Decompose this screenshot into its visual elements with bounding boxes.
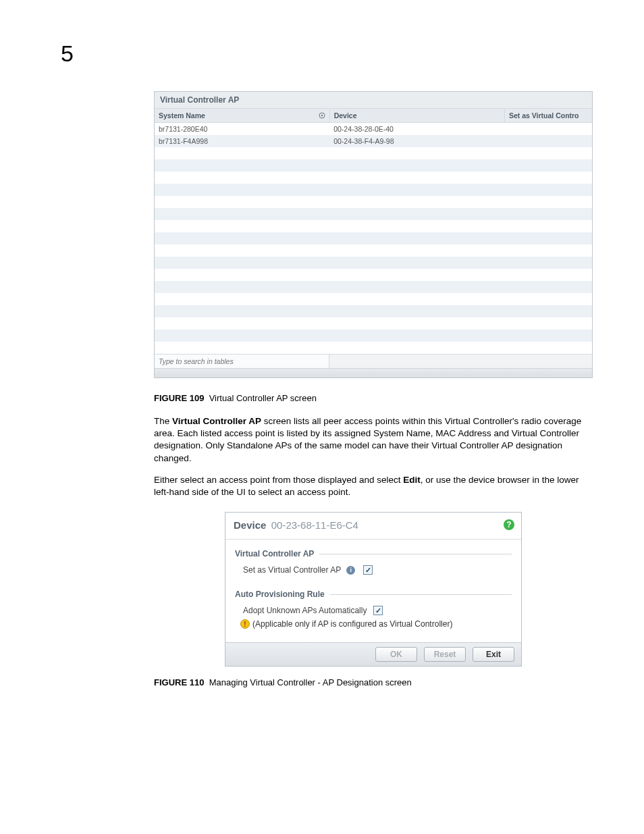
table-cell (504, 293, 592, 305)
table-row[interactable]: br7131-F4A99800-24-38-F4-A9-98 (155, 135, 592, 147)
table-cell (329, 244, 504, 257)
legend-text: Auto Provisioning Rule (235, 590, 325, 599)
row-set-as-vc: Set as Virtual Controller AP i ✓ (235, 565, 512, 575)
table-cell (504, 330, 592, 342)
device-dialog: Device 00-23-68-11-E6-C4 ? Virtual Contr… (225, 512, 522, 667)
table-row-empty (155, 208, 592, 220)
table-row-empty (155, 196, 592, 208)
table-cell (504, 123, 592, 136)
para1-bold: Virtual Controller AP (172, 416, 261, 426)
table-row-empty (155, 317, 592, 330)
table-cell (329, 342, 504, 354)
table-cell (155, 269, 329, 281)
panel-bottom-bar (155, 368, 592, 377)
table-cell (504, 244, 592, 257)
panel-footer (155, 354, 592, 368)
table-cell (155, 159, 329, 172)
table-cell (504, 317, 592, 330)
table-cell (155, 172, 329, 184)
table-cell (329, 293, 504, 305)
reset-button[interactable]: Reset (424, 647, 466, 662)
table-cell (155, 232, 329, 244)
table-cell (329, 208, 504, 220)
table-cell (329, 305, 504, 317)
sort-indicator-icon (319, 112, 325, 119)
para2-bold: Edit (403, 475, 421, 485)
device-id: 00-23-68-11-E6-C4 (271, 519, 358, 531)
figure-label: FIGURE 110 (154, 677, 204, 687)
table-cell (329, 257, 504, 269)
para2-lead: Either select an access point from those… (154, 475, 403, 485)
exit-button[interactable]: Exit (473, 647, 514, 662)
col-header-set-as[interactable]: Set as Virtual Contro (504, 109, 592, 123)
row-adopt-unknown: Adopt Unknown APs Automatically ✓ (235, 606, 512, 615)
table-row-empty (155, 184, 592, 196)
para1-lead: The (154, 416, 172, 426)
table-cell (155, 330, 329, 342)
row-label: Adopt Unknown APs Automatically (243, 606, 367, 615)
info-icon[interactable]: i (346, 566, 355, 575)
table-row[interactable]: br7131-280E4000-24-38-28-0E-40 (155, 123, 592, 136)
fieldset-virtual-controller: Virtual Controller AP Set as Virtual Con… (235, 549, 512, 575)
fieldset-legend-vc: Virtual Controller AP (235, 549, 512, 558)
table-cell: br7131-280E40 (155, 123, 329, 136)
table-cell (329, 281, 504, 293)
table-row-empty (155, 330, 592, 342)
svg-point-1 (321, 115, 322, 116)
device-label: Device (234, 519, 266, 531)
table-cell (329, 232, 504, 244)
figure-text: Virtual Controller AP screen (209, 393, 317, 403)
help-icon[interactable]: ? (504, 519, 514, 530)
table-cell (504, 220, 592, 232)
row-label: Set as Virtual Controller AP (243, 565, 341, 575)
table-row-empty (155, 220, 592, 232)
figure-label: FIGURE 109 (154, 393, 204, 403)
warning-text: (Applicable only if AP is configured as … (252, 619, 452, 629)
table-cell (329, 147, 504, 159)
table-cell (329, 159, 504, 172)
table-cell (329, 269, 504, 281)
table-cell (504, 257, 592, 269)
body-paragraph-2: Either select an access point from those… (154, 474, 593, 498)
table-cell (329, 330, 504, 342)
ok-button[interactable]: OK (375, 647, 417, 662)
table-cell (329, 196, 504, 208)
figure-caption-109: FIGURE 109 Virtual Controller AP screen (154, 393, 593, 403)
table-cell (504, 147, 592, 159)
table-row-empty (155, 293, 592, 305)
table-row-empty (155, 281, 592, 293)
table-cell (155, 257, 329, 269)
table-cell (155, 196, 329, 208)
body-paragraph-1: The Virtual Controller AP screen lists a… (154, 415, 593, 465)
figure-text: Managing Virtual Controller - AP Designa… (209, 677, 412, 687)
table-row-empty (155, 172, 592, 184)
table-cell (504, 305, 592, 317)
table-search-input[interactable] (155, 355, 329, 368)
table-row-empty (155, 159, 592, 172)
table-cell (155, 147, 329, 159)
checkbox-set-as-vc[interactable]: ✓ (363, 565, 373, 575)
table-cell (504, 184, 592, 196)
table-cell (329, 184, 504, 196)
table-cell: 00-24-38-F4-A9-98 (329, 135, 504, 147)
checkbox-adopt-unknown[interactable]: ✓ (373, 606, 383, 615)
table-row-empty (155, 147, 592, 159)
table-cell (155, 208, 329, 220)
table-cell (504, 196, 592, 208)
table-cell (155, 220, 329, 232)
col-header-device[interactable]: Device (329, 109, 504, 123)
table-cell (504, 342, 592, 354)
table-cell (155, 281, 329, 293)
table-row-empty (155, 305, 592, 317)
table-cell (504, 232, 592, 244)
table-cell (155, 305, 329, 317)
table-cell (504, 159, 592, 172)
table-cell (504, 208, 592, 220)
table-cell (155, 317, 329, 330)
table-row-empty (155, 342, 592, 354)
fieldset-legend-ap: Auto Provisioning Rule (235, 590, 512, 599)
col-header-system-name[interactable]: System Name (155, 109, 329, 123)
table-row-empty (155, 269, 592, 281)
dialog-header: Device 00-23-68-11-E6-C4 ? (225, 513, 521, 540)
table-cell (329, 220, 504, 232)
